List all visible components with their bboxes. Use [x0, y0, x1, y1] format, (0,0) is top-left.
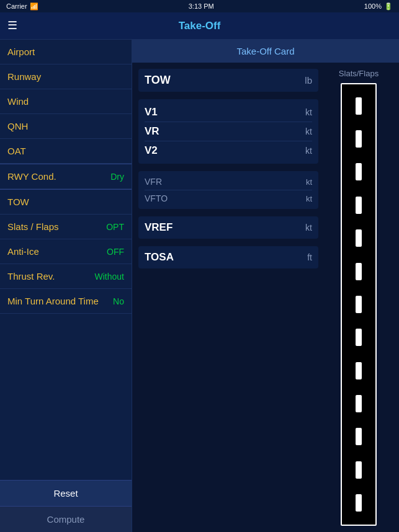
sidebar-item-min-turn[interactable]: Min Turn Around Time No [0, 289, 132, 314]
status-bar-left: Carrier 📶 [6, 2, 38, 11]
sidebar-item-rwy-cond[interactable]: RWY Cond. Dry [0, 164, 132, 189]
vfr-row: VFR kt [145, 174, 312, 190]
vfr-unit: kt [306, 177, 312, 187]
slats-flaps-panel: Slats/Flaps [325, 69, 393, 526]
sidebar-item-value-min-turn: No [113, 296, 124, 306]
v2-label: V2 [145, 144, 305, 157]
tosa-label: TOSA [145, 251, 307, 264]
runway-visual [341, 83, 377, 526]
tow-unit: lb [305, 75, 312, 86]
runway-dash [356, 461, 362, 479]
sidebar-item-slats-flaps[interactable]: Slats / Flaps OPT [0, 215, 132, 239]
sidebar-item-tow[interactable]: TOW [0, 190, 132, 215]
compute-button[interactable]: Compute [0, 506, 132, 532]
sidebar-item-label: TOW [7, 197, 29, 207]
sidebar-item-label: Thrust Rev. [7, 271, 55, 282]
status-bar-right: 100% 🔋 [364, 2, 393, 11]
vr-unit: kt [305, 126, 312, 136]
runway-dash [356, 263, 362, 280]
vref-row: VREF kt [138, 216, 318, 239]
battery-text: 100% [364, 2, 382, 10]
sidebar-item-value-rwy-cond: Dry [110, 172, 124, 182]
sidebar-item-label: OAT [7, 146, 26, 156]
tow-label: TOW [145, 74, 305, 87]
sidebar-item-label: Wind [7, 96, 29, 107]
vfto-label: VFTO [145, 193, 306, 203]
sidebar-item-wind[interactable]: Wind [0, 89, 132, 114]
sidebar-item-runway[interactable]: Runway [0, 64, 132, 89]
runway-dash [356, 494, 362, 512]
vr-row: VR kt [145, 122, 312, 141]
runway-dash [356, 197, 362, 214]
v1-label: V1 [145, 106, 305, 118]
title-bar: ☰ Take-Off [0, 12, 399, 40]
vfr-group: VFR kt VFTO kt [138, 171, 318, 209]
runway-dash [356, 428, 362, 445]
v2-unit: kt [305, 146, 312, 156]
runway-dash [356, 362, 362, 379]
vref-label: VREF [145, 221, 305, 234]
vfto-row: VFTO kt [145, 190, 312, 206]
runway-dash [356, 229, 362, 247]
app-title: Take-Off [179, 20, 221, 32]
sidebar-item-label: Airport [7, 47, 35, 57]
v1-row: V1 kt [145, 103, 312, 122]
takeoff-card-header: Take-Off Card [132, 40, 399, 63]
status-bar: Carrier 📶 3:13 PM 100% 🔋 [0, 0, 399, 12]
sidebar-item-label: Anti-Ice [7, 246, 39, 257]
card-data: TOW lb V1 kt VR kt V2 kt [138, 69, 318, 526]
reset-button[interactable]: Reset [0, 480, 132, 506]
sidebar-item-value-anti-ice: OFF [107, 247, 124, 257]
menu-button[interactable]: ☰ [7, 19, 17, 32]
sidebar-item-label: RWY Cond. [7, 171, 56, 182]
runway-dash [356, 329, 362, 346]
sidebar: Airport Runway Wind QNH OAT RWY [0, 40, 132, 532]
sidebar-items: Airport Runway Wind QNH OAT RWY [0, 40, 132, 480]
tow-row: TOW lb [138, 69, 318, 92]
sidebar-item-oat[interactable]: OAT [0, 139, 132, 164]
runway-dash [356, 130, 362, 148]
battery-icon: 🔋 [384, 2, 393, 11]
tosa-unit: ft [307, 252, 312, 262]
speed-group: V1 kt VR kt V2 kt [138, 99, 318, 164]
sidebar-item-label: Slats / Flaps [7, 221, 59, 232]
slats-flaps-label: Slats/Flaps [339, 69, 379, 78]
sidebar-item-thrust-rev[interactable]: Thrust Rev. Without [0, 264, 132, 289]
runway-dash [356, 163, 362, 180]
sidebar-item-label: Min Turn Around Time [7, 296, 99, 306]
main-layout: Airport Runway Wind QNH OAT RWY [0, 40, 399, 532]
sidebar-item-qnh[interactable]: QNH [0, 114, 132, 139]
sidebar-item-anti-ice[interactable]: Anti-Ice OFF [0, 239, 132, 264]
runway-dash [356, 97, 362, 115]
sidebar-item-label: QNH [7, 121, 28, 131]
sidebar-item-value-slats-flaps: OPT [106, 222, 124, 232]
runway-dash [356, 395, 362, 412]
status-bar-time: 3:13 PM [189, 2, 214, 10]
runway-container [341, 83, 377, 526]
right-panel: Take-Off Card TOW lb V1 kt VR k [132, 40, 399, 532]
vfto-unit: kt [306, 194, 312, 203]
runway-dash [356, 296, 362, 313]
carrier-text: Carrier [6, 2, 27, 10]
sidebar-bottom: Reset Compute [0, 480, 132, 532]
card-content: TOW lb V1 kt VR kt V2 kt [132, 63, 399, 532]
v1-unit: kt [305, 107, 312, 117]
vfr-label: VFR [145, 177, 306, 187]
sidebar-item-label: Runway [7, 71, 41, 82]
tosa-row: TOSA ft [138, 246, 318, 268]
sidebar-item-value-thrust-rev: Without [95, 272, 124, 282]
wifi-icon: 📶 [30, 2, 38, 11]
v2-row: V2 kt [145, 141, 312, 160]
vref-unit: kt [305, 223, 312, 233]
sidebar-item-airport[interactable]: Airport [0, 40, 132, 64]
vr-label: VR [145, 125, 305, 138]
